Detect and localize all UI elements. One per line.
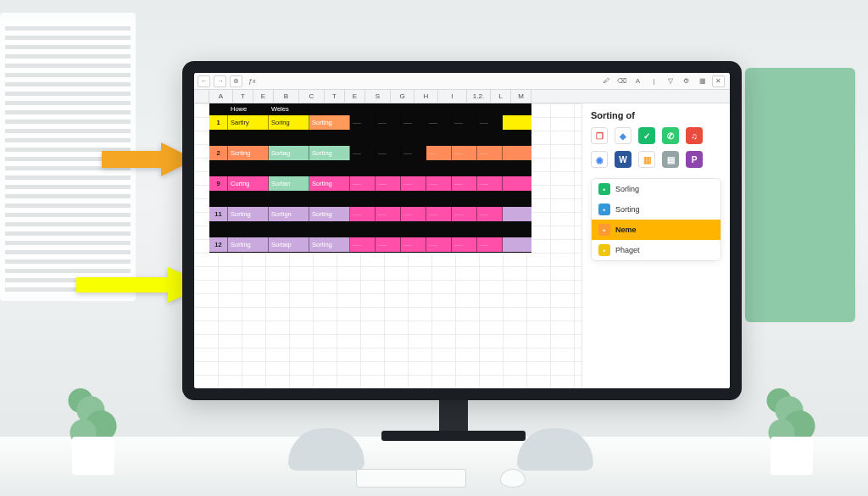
check-icon[interactable]: ✓	[638, 127, 655, 144]
column-header[interactable]: T	[325, 90, 345, 103]
table-cell[interactable]: Sorting	[309, 176, 350, 191]
sort-option-label: Sorling	[615, 185, 639, 193]
table-cell[interactable]: ——	[452, 115, 477, 130]
table-cell[interactable]: ——	[401, 146, 426, 160]
table-cell[interactable]: ——	[477, 146, 503, 160]
sort-options-list: ▪Sorling▪Sorting▪Neme▪Phaget	[591, 178, 721, 261]
column-header[interactable]: E	[345, 90, 365, 103]
table-cell[interactable]: ——	[426, 237, 452, 252]
table-cell[interactable]: ——	[376, 115, 401, 130]
table-cell[interactable]: Sortaip	[269, 237, 309, 252]
column-header[interactable]: L	[491, 90, 511, 103]
doc-icon[interactable]: ▤	[662, 151, 679, 168]
table-cell[interactable]: Sorting	[309, 237, 350, 252]
table-cell[interactable]: Soring	[269, 115, 309, 130]
table-cell[interactable]: ——	[350, 207, 376, 221]
table-cell[interactable]: Sorting	[309, 146, 350, 160]
table-cell[interactable]: ——	[376, 176, 401, 191]
column-header[interactable]: 1.2.	[467, 90, 491, 103]
table-cell[interactable]: Sorting	[309, 115, 350, 130]
table-cell[interactable]: Sortan	[269, 176, 309, 191]
column-header[interactable]: B	[274, 90, 299, 103]
erase-icon[interactable]: ⌫	[615, 75, 628, 87]
column-header[interactable]: H	[415, 90, 438, 103]
table-cell[interactable]: Sortag	[269, 146, 309, 160]
table-cell[interactable]: ——	[376, 237, 401, 252]
sort-option-icon: ▪	[598, 183, 610, 195]
table-cell[interactable]: ——	[426, 207, 452, 221]
table-cell[interactable]: ——	[477, 176, 503, 191]
background-keyboard	[356, 469, 466, 488]
table-cell[interactable]: ——	[350, 146, 376, 160]
paint-icon[interactable]: 🖊	[599, 75, 612, 87]
row-index: 11	[209, 207, 228, 221]
sort-option[interactable]: ▪Sorling	[592, 179, 721, 199]
sort-option[interactable]: ▪Neme	[592, 220, 721, 240]
drive-icon[interactable]: ◆	[615, 127, 632, 144]
column-header[interactable]: M	[511, 90, 531, 103]
table-cell[interactable]: ——	[477, 115, 503, 130]
pdf-icon[interactable]: ❐	[591, 127, 608, 144]
table-cell[interactable]: ——	[477, 237, 503, 252]
new-tab-button[interactable]: ⊕	[230, 75, 242, 87]
table-icon[interactable]: ▦	[696, 75, 709, 87]
table-cell[interactable]: ——	[426, 176, 452, 191]
table-cell[interactable]: ——	[350, 115, 376, 130]
sort-option-icon: ▪	[598, 244, 610, 256]
close-button[interactable]: ✕	[712, 75, 725, 87]
table-cell[interactable]: ——	[477, 207, 503, 221]
column-header[interactable]: C	[299, 90, 325, 103]
sort-option[interactable]: ▪Phaget	[592, 240, 721, 260]
filter-icon[interactable]: ▽	[664, 75, 676, 87]
font-icon[interactable]: A	[632, 75, 644, 87]
sort-option-icon: ▪	[598, 203, 610, 215]
table-row[interactable]: 9CurtngSortanSorting————————————	[209, 176, 531, 192]
table-cell[interactable]: Sorting	[228, 207, 269, 221]
table-cell[interactable]: ——	[452, 176, 477, 191]
table-row[interactable]: 11SortingSortignSorting————————————	[209, 207, 531, 222]
table-cell[interactable]: ——	[401, 207, 426, 221]
forward-button[interactable]: →	[214, 75, 226, 87]
chrome-icon[interactable]: ◉	[591, 151, 608, 168]
svg-marker-0	[102, 142, 195, 176]
table-cell[interactable]: ——	[401, 176, 426, 191]
column-header[interactable]: S	[365, 90, 391, 103]
back-button[interactable]: ←	[198, 75, 210, 87]
table-cell[interactable]: ——	[426, 115, 452, 130]
column-header[interactable]: I	[438, 90, 467, 103]
table-cell[interactable]: ——	[350, 176, 376, 191]
sort-option[interactable]: ▪Sorting	[592, 199, 721, 220]
table-row[interactable]: 1SartlrySoringSorting————————————	[209, 115, 531, 131]
table-cell[interactable]: Sartlry	[228, 115, 269, 130]
p-icon[interactable]: P	[686, 151, 703, 168]
column-header[interactable]: E	[253, 90, 274, 103]
table-cell[interactable]: ——	[452, 237, 477, 252]
table-row[interactable]: 2ScrtingSortagSorting————————————	[209, 146, 531, 161]
media-icon[interactable]: ♫	[686, 127, 703, 144]
column-header[interactable]: T	[233, 90, 253, 103]
table-cell[interactable]: Sorting	[228, 237, 269, 252]
table-cell[interactable]: ——	[401, 237, 426, 252]
cards-icon[interactable]: ▥	[638, 151, 655, 168]
column-header[interactable]: G	[391, 90, 415, 103]
table-cell[interactable]: ——	[350, 237, 376, 252]
table-cell[interactable]: ——	[426, 146, 452, 160]
table-cell[interactable]: ——	[452, 146, 477, 160]
table-cell[interactable]: Scrting	[228, 146, 269, 160]
word-icon[interactable]: W	[615, 151, 632, 168]
table-cell[interactable]: Sortign	[269, 207, 309, 221]
sort-option-label: Phaget	[615, 246, 640, 254]
table-cell[interactable]: ——	[452, 207, 477, 221]
table-cell[interactable]: ——	[401, 115, 426, 130]
settings-icon[interactable]: ⚙	[680, 75, 693, 87]
table-cell[interactable]: ——	[376, 207, 401, 221]
table-cell[interactable]: ——	[376, 146, 401, 160]
select-all-corner[interactable]	[194, 90, 209, 103]
column-header[interactable]: A	[209, 90, 233, 103]
spreadsheet-area[interactable]: HoweWeles1SartlrySoringSorting——————————…	[194, 103, 581, 388]
phone-icon[interactable]: ✆	[662, 127, 679, 144]
table-cell[interactable]: Sorting	[309, 207, 350, 221]
table-row[interactable]: 12SortingSortaipSorting————————————	[209, 237, 531, 253]
table-cell[interactable]: Curtng	[228, 176, 269, 191]
sort-option-label: Neme	[615, 226, 637, 234]
